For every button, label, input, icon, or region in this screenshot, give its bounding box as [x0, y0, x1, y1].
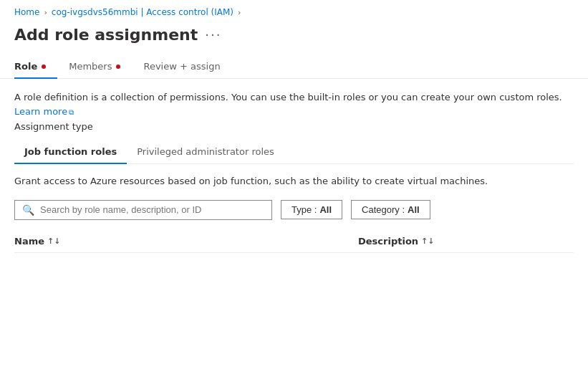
category-filter-button[interactable]: Category : All — [351, 200, 430, 219]
page-title: Add role assignment — [14, 26, 198, 44]
search-input[interactable] — [40, 204, 264, 215]
type-filter-button[interactable]: Type : All — [281, 200, 342, 219]
category-filter-value: All — [408, 204, 420, 215]
breadcrumb-resource[interactable]: cog-ivgsdvs56mmbi | Access control (IAM) — [52, 7, 233, 17]
description-text-content: A role definition is a collection of per… — [14, 92, 562, 102]
content-area: A role definition is a collection of per… — [0, 79, 588, 264]
tab-role-label: Role — [14, 61, 37, 72]
role-description: A role definition is a collection of per… — [14, 90, 574, 118]
col-name-header[interactable]: Name ↑↓ — [14, 236, 358, 247]
external-link-icon: ⧉ — [69, 108, 74, 116]
table-header: Name ↑↓ Description ↑↓ — [14, 230, 574, 253]
tab-review-assign[interactable]: Review + assign — [132, 55, 231, 79]
more-options-button[interactable]: ··· — [205, 27, 221, 42]
sub-tab-job-function[interactable]: Job function roles — [14, 140, 127, 164]
sub-tab-description: Grant access to Azure resources based on… — [14, 174, 574, 189]
tab-review-assign-label: Review + assign — [143, 61, 220, 72]
tab-role-required-dot — [42, 65, 46, 69]
page-header: Add role assignment ··· — [0, 23, 588, 55]
tab-members-required-dot — [116, 65, 120, 69]
breadcrumb-sep-1: › — [44, 8, 47, 17]
type-filter-value: All — [319, 204, 332, 215]
tab-members[interactable]: Members — [57, 55, 132, 79]
col-name-label: Name — [14, 236, 44, 247]
description-sort-icon: ↑↓ — [421, 237, 434, 246]
breadcrumb-home[interactable]: Home — [14, 7, 39, 17]
sub-tab-privileged-label: Privileged administrator roles — [137, 146, 274, 157]
sub-tab-privileged[interactable]: Privileged administrator roles — [127, 140, 284, 164]
search-filter-row: 🔍 Type : All Category : All — [14, 200, 574, 220]
col-description-label: Description — [358, 236, 418, 247]
tab-role[interactable]: Role — [14, 55, 57, 79]
category-filter-prefix: Category : — [362, 204, 405, 215]
search-box-container: 🔍 — [14, 200, 272, 220]
sub-tab-job-label: Job function roles — [24, 146, 117, 157]
col-description-header[interactable]: Description ↑↓ — [358, 236, 574, 247]
breadcrumb: Home › cog-ivgsdvs56mmbi | Access contro… — [0, 0, 588, 23]
assignment-type-label: Assignment type — [14, 121, 574, 132]
assignment-type-tabs: Job function roles Privileged administra… — [14, 140, 574, 164]
search-icon: 🔍 — [22, 204, 34, 216]
top-tabs: Role Members Review + assign — [0, 55, 588, 79]
breadcrumb-arrow: › — [238, 8, 241, 17]
type-filter-prefix: Type : — [291, 204, 317, 215]
tab-members-label: Members — [69, 61, 112, 72]
learn-more-link[interactable]: Learn more⧉ — [14, 106, 74, 117]
name-sort-icon: ↑↓ — [47, 237, 60, 246]
learn-more-text: Learn more — [14, 106, 67, 117]
